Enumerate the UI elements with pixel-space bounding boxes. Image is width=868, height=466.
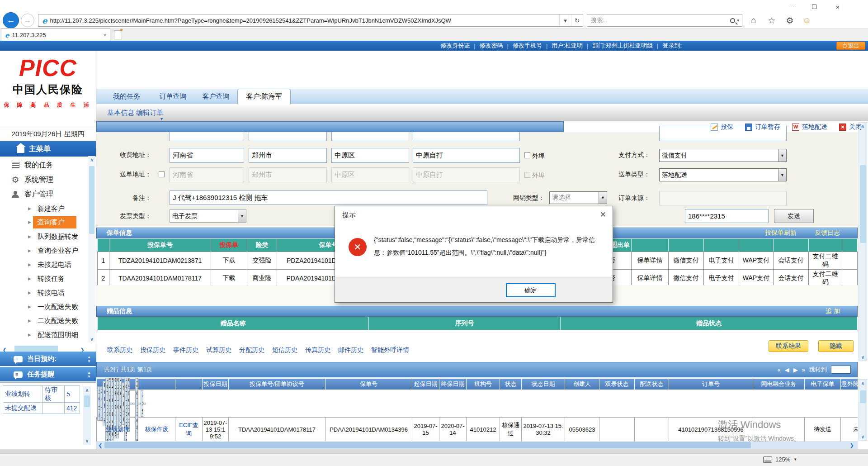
- collapsed-section-bar[interactable]: [96, 121, 564, 132]
- feedback-smiley-icon[interactable]: ☺: [799, 14, 815, 27]
- scroll-down-icon[interactable]: ∨: [83, 437, 91, 444]
- subtab-edit-order[interactable]: 编辑订单: [136, 109, 163, 117]
- sidebar-item-second-delivery-fail[interactable]: ▶二次配送失败: [0, 315, 88, 327]
- tab-smart-outcall-detail[interactable]: 智能外呼详情: [371, 346, 409, 354]
- edit-password-link[interactable]: 修改密码: [480, 42, 503, 50]
- orders-hscrollbar[interactable]: ❮ ❯: [96, 441, 858, 449]
- logout-button[interactable]: 退出: [836, 42, 865, 50]
- scroll-down-icon[interactable]: ∨: [88, 335, 95, 342]
- settings-gear-icon[interactable]: ⚙: [782, 14, 797, 27]
- apply-insure-button[interactable]: 投保: [711, 123, 733, 131]
- invoice-type-select[interactable]: 电子发票▼: [170, 209, 246, 223]
- browser-tab[interactable]: e 11.207.3.225 ×: [1, 29, 110, 41]
- scroll-left-icon[interactable]: ❮: [96, 442, 104, 449]
- task-reminder-bar[interactable]: 任务提醒 ▲▼: [0, 367, 96, 381]
- tab-close-icon[interactable]: ×: [100, 32, 110, 38]
- main-vscrollbar[interactable]: ∧ ∨: [859, 122, 867, 361]
- minimize-button[interactable]: [781, 1, 802, 13]
- wap-pay-link[interactable]: WAP支付: [739, 270, 774, 287]
- ok-button[interactable]: 确定: [506, 283, 556, 297]
- scroll-thumb[interactable]: [104, 442, 751, 448]
- orders-vscrollbar[interactable]: ∧ ∨: [859, 379, 867, 441]
- charge-province-input[interactable]: 河南省: [170, 148, 244, 163]
- close-window-button[interactable]: ×: [827, 1, 848, 13]
- reminder-type[interactable]: 业绩划转: [3, 386, 43, 403]
- sms-phone-input[interactable]: 186****2315: [685, 209, 769, 223]
- sidebar-item-new-customer[interactable]: ▶新建客户: [0, 203, 88, 214]
- reminder-type[interactable]: 未提交配送: [3, 403, 43, 414]
- policy-detail-link[interactable]: 保单详情: [632, 270, 669, 287]
- tab-sms-history[interactable]: 短信历史: [272, 346, 297, 354]
- scroll-thumb[interactable]: [860, 390, 866, 403]
- subtab-basic-info[interactable]: 基本信息: [107, 109, 134, 117]
- tab-fax-history[interactable]: 传真历史: [305, 346, 330, 354]
- policy-detail-link[interactable]: 保单详情: [632, 252, 669, 270]
- refresh-icon[interactable]: ↻: [571, 14, 583, 26]
- hide-button[interactable]: 隐藏: [818, 340, 854, 352]
- maximize-button[interactable]: [804, 1, 825, 13]
- chevron-down-icon[interactable]: ▼: [778, 149, 786, 162]
- scroll-thumb[interactable]: [89, 166, 94, 234]
- charge-outer-checkbox[interactable]: [524, 152, 530, 158]
- wechat-pay-link[interactable]: 微信支付: [669, 270, 704, 287]
- tab-contact-history[interactable]: 联系历史: [107, 346, 132, 354]
- sidebar-item-transfer-call[interactable]: ▶转接电话: [0, 287, 88, 299]
- order-row[interactable]: 业绩划转 核保作废 ECIF查询 2019-07-13 15:19:52 TDZ…: [97, 390, 138, 417]
- charge-detail-input[interactable]: 中原自打: [413, 148, 520, 163]
- address-bar[interactable]: e http://11.207.3.225/picctscenter/MainF…: [38, 14, 583, 27]
- sidebar-item-query-customer[interactable]: ▶查询客户: [0, 216, 88, 228]
- session-pay-link[interactable]: 会话支付: [774, 252, 809, 270]
- remark-input[interactable]: J 代驾+18639012315 检测 拖车: [170, 190, 487, 205]
- url-text[interactable]: http://11.207.3.225/picctscenter/MainFra…: [50, 17, 559, 24]
- send-type-select[interactable]: 落地配送▼: [659, 168, 787, 181]
- scroll-thumb[interactable]: [860, 165, 866, 243]
- panel-scrollbar[interactable]: ∧ ∨: [83, 386, 91, 445]
- chevron-down-icon[interactable]: ▼: [778, 169, 786, 181]
- search-dropdown-icon[interactable]: ▾: [737, 18, 739, 23]
- sidebar-item-my-tasks[interactable]: 我的任务: [0, 158, 88, 172]
- tab-customer-query[interactable]: 客户查询: [194, 89, 237, 104]
- menu-scrollbar[interactable]: ∧ ∨: [88, 156, 95, 342]
- net-sale-type-select[interactable]: 请选择▼: [549, 191, 607, 204]
- tab-customer-chenhaijun[interactable]: 客户:陈海军: [237, 89, 291, 104]
- scroll-down-icon[interactable]: ∨: [859, 353, 867, 361]
- expand-arrows-icon[interactable]: ▲▼: [87, 371, 91, 379]
- download-link[interactable]: 下载: [211, 252, 247, 270]
- charge-district-input[interactable]: 中原区: [331, 148, 409, 163]
- today-appointments-bar[interactable]: 当日预约: ▲▼: [0, 352, 96, 366]
- tab-mail-history[interactable]: 邮件历史: [338, 346, 363, 354]
- tab-my-tasks[interactable]: 我的任务: [102, 89, 151, 104]
- jump-page-input[interactable]: [831, 366, 851, 374]
- scroll-up-icon[interactable]: ∧: [859, 380, 867, 387]
- home-icon[interactable]: ⌂: [746, 14, 761, 27]
- save-draft-button[interactable]: 订单暂存: [745, 123, 780, 131]
- tab-quote-history[interactable]: 试算历史: [206, 346, 231, 354]
- session-pay-link[interactable]: 会话支付: [774, 270, 809, 287]
- search-icon[interactable]: [730, 18, 735, 23]
- last-page-icon[interactable]: »: [802, 366, 805, 373]
- send-sms-button[interactable]: 发送: [774, 209, 814, 223]
- close-order-button[interactable]: 关闭: [839, 123, 862, 131]
- next-page-icon[interactable]: ▶: [793, 366, 798, 373]
- epay-link[interactable]: 电子支付: [704, 270, 739, 287]
- prev-page-icon[interactable]: ◀: [785, 366, 789, 373]
- table-row[interactable]: 业绩划转 待审核 5: [3, 386, 80, 403]
- wechat-pay-link[interactable]: 微信支付: [669, 252, 704, 270]
- deliver-outer-checkbox[interactable]: [524, 172, 530, 178]
- scroll-down-icon[interactable]: ∨: [859, 433, 867, 440]
- qr-pay-link[interactable]: 支付二维码: [809, 270, 842, 287]
- scroll-up-icon[interactable]: ∧: [83, 386, 91, 394]
- order-source-input[interactable]: [659, 191, 787, 205]
- sidebar-item-first-delivery-fail[interactable]: ▶一次配送失败: [0, 301, 88, 313]
- deliver-province-input[interactable]: 河南省: [170, 167, 244, 182]
- landing-delivery-button[interactable]: 落地配送: [792, 123, 827, 131]
- scroll-up-icon[interactable]: ∧: [88, 156, 95, 163]
- keyboard-icon[interactable]: [763, 456, 772, 463]
- sidebar-item-customer-mgmt[interactable]: 客户管理: [0, 187, 88, 201]
- url-dropdown-icon[interactable]: ▾: [559, 14, 571, 26]
- void-underwriting-link[interactable]: 核保作废: [138, 418, 175, 442]
- tab-order-query[interactable]: 订单查询: [151, 89, 194, 104]
- epay-link[interactable]: 电子支付: [704, 252, 739, 270]
- scroll-right-icon[interactable]: ❯: [846, 442, 858, 449]
- sidebar-item-delivery-range[interactable]: ▶配送范围明细: [0, 329, 88, 341]
